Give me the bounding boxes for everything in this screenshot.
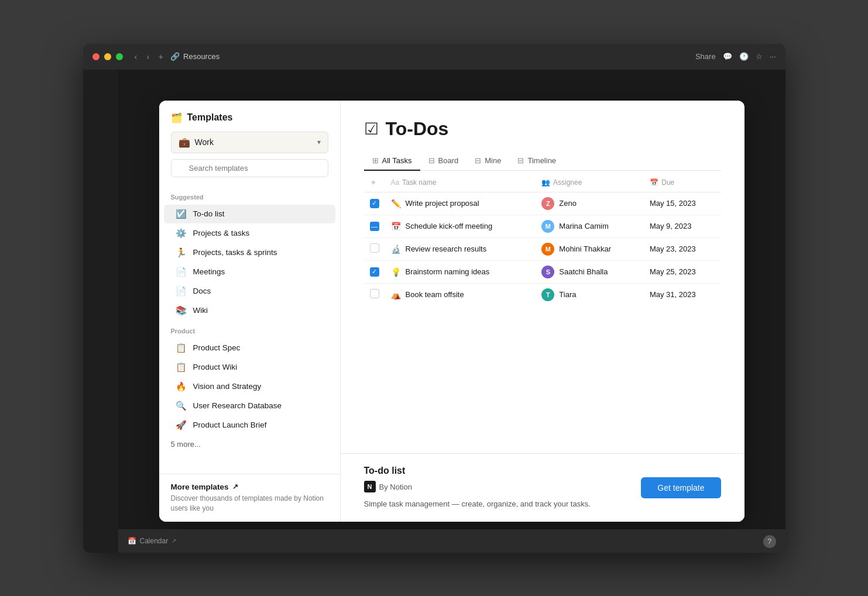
template-list: Suggested ☑️ To-do list ⚙️ Projects & ta… xyxy=(159,184,340,474)
template-item-docs[interactable]: 📄 Docs xyxy=(164,282,335,301)
product-launch-icon: 🚀 xyxy=(176,420,187,430)
user-research-icon: 🔍 xyxy=(176,401,187,411)
docs-label: Docs xyxy=(193,287,211,295)
tab-all-tasks[interactable]: ⊞ All Tasks xyxy=(364,151,420,171)
assignee-cell: MMarina Camim xyxy=(541,220,638,233)
template-item-projects-tasks-sprints[interactable]: 🏃 Projects, tasks & sprints xyxy=(164,243,335,262)
tab-board[interactable]: ⊟ Board xyxy=(420,151,467,171)
checkbox-empty[interactable] xyxy=(370,243,379,253)
more-templates-desc: Discover thousands of templates made by … xyxy=(171,494,328,514)
mine-tab-icon: ⊟ xyxy=(475,156,481,165)
template-item-todo[interactable]: ☑️ To-do list xyxy=(164,205,335,223)
back-button[interactable]: ‹ xyxy=(132,50,140,64)
bottom-template-name: To-do list xyxy=(364,466,630,476)
projects-tasks-sprints-label: Projects, tasks & sprints xyxy=(193,248,277,257)
projects-tasks-sprints-icon: 🏃 xyxy=(176,247,187,258)
checkbox-partial[interactable]: — xyxy=(370,222,379,231)
app-window: ‹ › + 🔗 Resources Share 💬 🕐 ☆ ··· xyxy=(83,44,785,553)
meetings-icon: 📄 xyxy=(176,267,187,277)
get-template-button[interactable]: Get template xyxy=(641,477,721,498)
user-research-label: User Research Database xyxy=(193,401,282,410)
avatar: T xyxy=(541,288,554,301)
task-name-cell: 🔬Review research results xyxy=(391,244,530,254)
all-tasks-tab-label: All Tasks xyxy=(382,156,412,165)
more-link[interactable]: 5 more... xyxy=(159,435,340,453)
minimize-button[interactable] xyxy=(104,53,111,60)
loading-icon: ✦ xyxy=(370,178,377,187)
bottom-bar: To-do list N By Notion Simple task manag… xyxy=(341,453,745,522)
search-input[interactable] xyxy=(171,159,328,177)
board-tab-label: Board xyxy=(438,156,459,165)
table-row: ⛺Book team offsite TTiara May 31, 2023 xyxy=(364,283,721,306)
product-spec-label: Product Spec xyxy=(193,343,241,352)
timeline-tab-icon: ⊟ xyxy=(517,156,524,165)
tabs-row: ⊞ All Tasks ⊟ Board ⊟ Mine xyxy=(364,151,721,171)
task-name-cell: 📅Schedule kick-off meeting xyxy=(391,222,530,231)
product-wiki-label: Product Wiki xyxy=(193,363,238,371)
star-icon[interactable]: ☆ xyxy=(756,52,763,61)
table-row: ✓ ✏️Write project proposal ZZeno May 15,… xyxy=(364,192,721,215)
panel-title: 🗂️ Templates xyxy=(171,112,328,123)
titlebar: ‹ › + 🔗 Resources Share 💬 🕐 ☆ ··· xyxy=(83,44,785,70)
checkbox-checked[interactable]: ✓ xyxy=(370,199,379,208)
all-tasks-tab-icon: ⊞ xyxy=(372,156,379,165)
checkbox-checked[interactable]: ✓ xyxy=(370,267,379,277)
help-button[interactable]: ? xyxy=(763,535,776,548)
share-button[interactable]: Share xyxy=(695,52,716,61)
template-item-wiki[interactable]: 📚 Wiki xyxy=(164,301,335,320)
modal-overlay: 🗂️ Templates 💼 Work ▾ 🔍 xyxy=(118,70,785,553)
template-item-product-spec[interactable]: 📋 Product Spec xyxy=(164,339,335,357)
titlebar-title: 🔗 Resources xyxy=(170,52,219,61)
forward-button[interactable]: › xyxy=(144,50,152,64)
tab-timeline[interactable]: ⊟ Timeline xyxy=(509,151,564,171)
template-item-user-research[interactable]: 🔍 User Research Database xyxy=(164,397,335,415)
add-button[interactable]: + xyxy=(156,50,166,64)
board-tab-icon: ⊟ xyxy=(428,156,435,165)
table-row: — 📅Schedule kick-off meeting MMarina Cam… xyxy=(364,215,721,237)
titlebar-icon: 🔗 xyxy=(170,52,180,61)
traffic-lights xyxy=(92,53,123,60)
taskbar-calendar[interactable]: 📅 Calendar ↗ xyxy=(128,537,177,545)
template-item-product-launch[interactable]: 🚀 Product Launch Brief xyxy=(164,416,335,435)
maximize-button[interactable] xyxy=(116,53,123,60)
product-wiki-icon: 📋 xyxy=(176,362,187,373)
history-icon[interactable]: 🕐 xyxy=(739,52,749,61)
avatar: M xyxy=(541,243,554,256)
table-row: ✓ 💡Brainstorm naming ideas SSaatchi Bhal… xyxy=(364,260,721,283)
app-content: 🗂️ Templates 💼 Work ▾ 🔍 xyxy=(118,70,785,553)
todo-label: To-do list xyxy=(193,209,225,218)
more-templates-title[interactable]: More templates ↗ xyxy=(171,483,328,491)
titlebar-label: Resources xyxy=(183,52,219,61)
template-item-meetings[interactable]: 📄 Meetings xyxy=(164,263,335,281)
right-panel: ☑ To-Dos ⊞ All Tasks ⊟ Board xyxy=(341,101,745,522)
template-item-product-wiki[interactable]: 📋 Product Wiki xyxy=(164,358,335,377)
category-dropdown[interactable]: 💼 Work ▾ xyxy=(171,132,328,153)
calendar-badge: ↗ xyxy=(171,538,176,544)
task-name-cell: 💡Brainstorm naming ideas xyxy=(391,267,530,277)
templates-icon: 🗂️ xyxy=(171,112,183,123)
product-launch-label: Product Launch Brief xyxy=(193,421,267,429)
more-icon[interactable]: ··· xyxy=(770,52,776,61)
tab-mine[interactable]: ⊟ Mine xyxy=(466,151,509,171)
comment-icon[interactable]: 💬 xyxy=(723,52,732,61)
task-name-cell: ✏️Write project proposal xyxy=(391,199,530,208)
template-item-vision-strategy[interactable]: 🔥 Vision and Strategy xyxy=(164,377,335,396)
product-spec-icon: 📋 xyxy=(176,343,187,353)
col-header-check: ✦ xyxy=(364,173,385,192)
table-row: 🔬Review research results MMohini Thakkar… xyxy=(364,237,721,260)
avatar: M xyxy=(541,220,554,233)
avatar: S xyxy=(541,266,554,278)
meetings-label: Meetings xyxy=(193,267,225,276)
checkbox-empty[interactable] xyxy=(370,289,379,298)
template-item-projects-tasks[interactable]: ⚙️ Projects & tasks xyxy=(164,224,335,243)
dropdown-label: Work xyxy=(195,137,313,147)
more-templates-label: More templates xyxy=(171,483,229,491)
external-link-icon: ↗ xyxy=(232,483,238,491)
close-button[interactable] xyxy=(92,53,100,60)
vision-strategy-label: Vision and Strategy xyxy=(193,382,262,391)
bottom-desc: Simple task management — create, organiz… xyxy=(364,498,630,510)
chevron-down-icon: ▾ xyxy=(317,138,321,146)
col-header-task-name: Aa Task name xyxy=(385,173,536,192)
mine-tab-label: Mine xyxy=(485,156,501,165)
avatar: Z xyxy=(541,197,554,210)
